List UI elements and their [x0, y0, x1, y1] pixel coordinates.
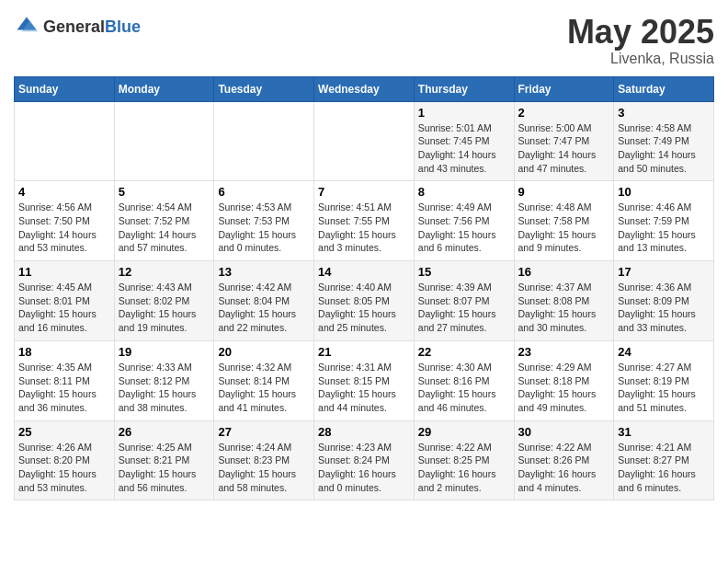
page-header: GeneralBlue May 2025 Livenka, Russia [14, 14, 714, 67]
logo-text: GeneralBlue [43, 17, 141, 37]
weekday-header-sunday: Sunday [15, 76, 115, 101]
calendar-cell: 14Sunrise: 4:40 AMSunset: 8:05 PMDayligh… [314, 261, 415, 341]
day-number: 24 [618, 345, 710, 359]
day-number: 12 [119, 265, 210, 279]
day-info: Sunrise: 4:22 AMSunset: 8:25 PMDaylight:… [418, 441, 510, 495]
calendar-cell: 10Sunrise: 4:46 AMSunset: 7:59 PMDayligh… [614, 181, 714, 261]
day-number: 23 [518, 345, 610, 359]
title-area: May 2025 Livenka, Russia [567, 14, 714, 67]
calendar-cell: 19Sunrise: 4:33 AMSunset: 8:12 PMDayligh… [114, 340, 214, 420]
day-info: Sunrise: 4:24 AMSunset: 8:23 PMDaylight:… [218, 441, 310, 495]
day-number: 19 [119, 345, 210, 359]
calendar-cell: 1Sunrise: 5:01 AMSunset: 7:45 PMDaylight… [414, 101, 514, 181]
day-info: Sunrise: 4:32 AMSunset: 8:14 PMDaylight:… [218, 361, 310, 415]
day-info: Sunrise: 4:46 AMSunset: 7:59 PMDaylight:… [618, 201, 710, 255]
day-info: Sunrise: 4:42 AMSunset: 8:04 PMDaylight:… [218, 281, 310, 335]
calendar-cell: 18Sunrise: 4:35 AMSunset: 8:11 PMDayligh… [15, 340, 115, 420]
day-info: Sunrise: 4:30 AMSunset: 8:16 PMDaylight:… [418, 361, 510, 415]
day-number: 4 [18, 185, 110, 199]
calendar-cell [214, 101, 314, 181]
calendar-cell: 5Sunrise: 4:54 AMSunset: 7:52 PMDaylight… [114, 181, 214, 261]
day-number: 7 [318, 185, 410, 199]
day-info: Sunrise: 4:54 AMSunset: 7:52 PMDaylight:… [119, 201, 210, 255]
weekday-header-thursday: Thursday [414, 76, 514, 101]
day-number: 31 [618, 425, 710, 439]
day-info: Sunrise: 4:51 AMSunset: 7:55 PMDaylight:… [318, 201, 410, 255]
calendar-week-5: 25Sunrise: 4:26 AMSunset: 8:20 PMDayligh… [15, 420, 714, 500]
calendar-cell: 17Sunrise: 4:36 AMSunset: 8:09 PMDayligh… [614, 261, 714, 341]
logo-blue: Blue [105, 17, 141, 36]
day-info: Sunrise: 4:48 AMSunset: 7:58 PMDaylight:… [518, 201, 610, 255]
day-number: 25 [18, 425, 110, 439]
page-subtitle: Livenka, Russia [567, 51, 714, 67]
day-info: Sunrise: 4:22 AMSunset: 8:26 PMDaylight:… [518, 441, 610, 495]
weekday-header-row: SundayMondayTuesdayWednesdayThursdayFrid… [15, 76, 714, 101]
calendar-cell: 26Sunrise: 4:25 AMSunset: 8:21 PMDayligh… [114, 420, 214, 500]
day-number: 22 [418, 345, 510, 359]
page-title: May 2025 [567, 14, 714, 51]
logo: GeneralBlue [14, 14, 141, 40]
calendar-cell: 8Sunrise: 4:49 AMSunset: 7:56 PMDaylight… [414, 181, 514, 261]
day-number: 30 [518, 425, 610, 439]
calendar-week-1: 1Sunrise: 5:01 AMSunset: 7:45 PMDaylight… [15, 101, 714, 181]
calendar-cell: 9Sunrise: 4:48 AMSunset: 7:58 PMDaylight… [514, 181, 614, 261]
logo-icon [14, 14, 40, 40]
calendar-cell: 20Sunrise: 4:32 AMSunset: 8:14 PMDayligh… [214, 340, 314, 420]
day-info: Sunrise: 4:29 AMSunset: 8:18 PMDaylight:… [518, 361, 610, 415]
weekday-header-saturday: Saturday [614, 76, 714, 101]
day-number: 14 [318, 265, 410, 279]
calendar-cell: 13Sunrise: 4:42 AMSunset: 8:04 PMDayligh… [214, 261, 314, 341]
logo-general: General [43, 17, 105, 36]
day-info: Sunrise: 4:49 AMSunset: 7:56 PMDaylight:… [418, 201, 510, 255]
calendar-cell: 2Sunrise: 5:00 AMSunset: 7:47 PMDaylight… [514, 101, 614, 181]
calendar-header: SundayMondayTuesdayWednesdayThursdayFrid… [15, 76, 714, 101]
calendar-week-4: 18Sunrise: 4:35 AMSunset: 8:11 PMDayligh… [15, 340, 714, 420]
day-number: 9 [518, 185, 610, 199]
day-number: 3 [618, 106, 710, 120]
calendar-week-3: 11Sunrise: 4:45 AMSunset: 8:01 PMDayligh… [15, 261, 714, 341]
calendar-week-2: 4Sunrise: 4:56 AMSunset: 7:50 PMDaylight… [15, 181, 714, 261]
calendar-cell: 3Sunrise: 4:58 AMSunset: 7:49 PMDaylight… [614, 101, 714, 181]
calendar-cell: 16Sunrise: 4:37 AMSunset: 8:08 PMDayligh… [514, 261, 614, 341]
day-info: Sunrise: 4:45 AMSunset: 8:01 PMDaylight:… [18, 281, 110, 335]
weekday-header-tuesday: Tuesday [214, 76, 314, 101]
calendar-cell: 11Sunrise: 4:45 AMSunset: 8:01 PMDayligh… [15, 261, 115, 341]
day-info: Sunrise: 4:25 AMSunset: 8:21 PMDaylight:… [119, 441, 210, 495]
day-number: 15 [418, 265, 510, 279]
day-number: 5 [119, 185, 210, 199]
calendar-cell: 25Sunrise: 4:26 AMSunset: 8:20 PMDayligh… [15, 420, 115, 500]
day-info: Sunrise: 4:35 AMSunset: 8:11 PMDaylight:… [18, 361, 110, 415]
day-info: Sunrise: 4:31 AMSunset: 8:15 PMDaylight:… [318, 361, 410, 415]
day-number: 26 [119, 425, 210, 439]
calendar-cell: 7Sunrise: 4:51 AMSunset: 7:55 PMDaylight… [314, 181, 415, 261]
day-number: 27 [218, 425, 310, 439]
day-number: 18 [18, 345, 110, 359]
day-number: 17 [618, 265, 710, 279]
calendar-cell: 24Sunrise: 4:27 AMSunset: 8:19 PMDayligh… [614, 340, 714, 420]
day-info: Sunrise: 5:01 AMSunset: 7:45 PMDaylight:… [418, 121, 510, 176]
day-number: 20 [218, 345, 310, 359]
weekday-header-wednesday: Wednesday [314, 76, 415, 101]
day-info: Sunrise: 4:21 AMSunset: 8:27 PMDaylight:… [618, 441, 710, 495]
calendar-table: SundayMondayTuesdayWednesdayThursdayFrid… [14, 76, 714, 501]
calendar-cell: 29Sunrise: 4:22 AMSunset: 8:25 PMDayligh… [414, 420, 514, 500]
calendar-cell: 31Sunrise: 4:21 AMSunset: 8:27 PMDayligh… [614, 420, 714, 500]
weekday-header-friday: Friday [514, 76, 614, 101]
calendar-cell: 27Sunrise: 4:24 AMSunset: 8:23 PMDayligh… [214, 420, 314, 500]
calendar-cell: 12Sunrise: 4:43 AMSunset: 8:02 PMDayligh… [114, 261, 214, 341]
day-number: 29 [418, 425, 510, 439]
calendar-cell: 22Sunrise: 4:30 AMSunset: 8:16 PMDayligh… [414, 340, 514, 420]
day-number: 11 [18, 265, 110, 279]
day-number: 16 [518, 265, 610, 279]
calendar-cell: 23Sunrise: 4:29 AMSunset: 8:18 PMDayligh… [514, 340, 614, 420]
day-info: Sunrise: 4:43 AMSunset: 8:02 PMDaylight:… [119, 281, 210, 335]
calendar-cell [114, 101, 214, 181]
calendar-cell: 28Sunrise: 4:23 AMSunset: 8:24 PMDayligh… [314, 420, 415, 500]
day-number: 6 [218, 185, 310, 199]
calendar-body: 1Sunrise: 5:01 AMSunset: 7:45 PMDaylight… [15, 101, 714, 500]
calendar-cell [314, 101, 415, 181]
day-info: Sunrise: 4:53 AMSunset: 7:53 PMDaylight:… [218, 201, 310, 255]
day-number: 21 [318, 345, 410, 359]
day-info: Sunrise: 4:27 AMSunset: 8:19 PMDaylight:… [618, 361, 710, 415]
day-number: 28 [318, 425, 410, 439]
